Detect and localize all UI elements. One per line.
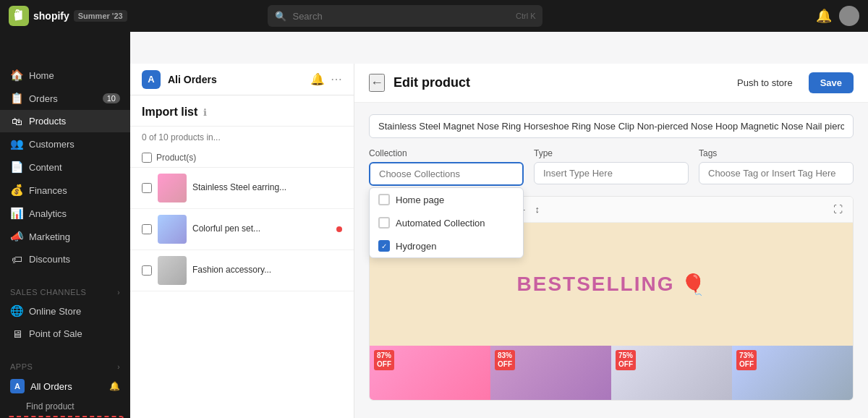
- sidebar-item-content[interactable]: 📄 Content: [0, 155, 130, 179]
- search-shortcut: Ctrl K: [516, 12, 536, 20]
- analytics-icon: 📊: [10, 207, 23, 220]
- sidebar-item-pos[interactable]: 🖥 Point of Sale: [0, 323, 130, 345]
- sidebar-item-home[interactable]: 🏠 Home: [0, 64, 130, 87]
- dropdown-item-hydrogen[interactable]: ✓ Hydrogen: [370, 234, 523, 257]
- row-title: Fashion accessory...: [192, 265, 342, 276]
- customers-icon: 👥: [10, 137, 23, 150]
- sidebar-item-label: Finances: [29, 185, 67, 196]
- product-card-1: 87%OFF: [370, 346, 490, 400]
- automated-label: Automated Collection: [396, 218, 485, 229]
- sidebar-item-label: Point of Sale: [29, 328, 82, 339]
- sidebar-item-label: Customers: [29, 139, 75, 150]
- type-input[interactable]: [534, 162, 689, 184]
- expand-icon[interactable]: ›: [117, 289, 120, 297]
- sidebar-item-online-store[interactable]: 🌐 Online Store: [0, 299, 130, 323]
- collection-dropdown: Home page Automated Collection ✓ Hydroge…: [369, 187, 524, 258]
- off-badge-4: 73%OFF: [736, 350, 757, 370]
- logo-text: shopify: [33, 10, 69, 22]
- table-row[interactable]: Colorful pen set...: [130, 209, 354, 250]
- select-all-checkbox[interactable]: [142, 153, 152, 163]
- toolbar-fullscreen-btn[interactable]: ⛶: [829, 201, 847, 218]
- tags-input[interactable]: [699, 162, 854, 184]
- off-badge-2: 83%OFF: [495, 350, 515, 370]
- table-row[interactable]: Fashion accessory...: [130, 250, 354, 291]
- sidebar-item-marketing[interactable]: 📣 Marketing: [0, 225, 130, 248]
- sidebar-item-analytics[interactable]: 📊 Analytics: [0, 202, 130, 225]
- row-checkbox[interactable]: [142, 224, 152, 234]
- bestselling-text: BESTSELLING: [516, 273, 674, 296]
- sidebar-item-orders[interactable]: 📋 Orders 10: [0, 87, 130, 110]
- plugin-bar-right: 🔔 ⋯: [310, 72, 342, 86]
- sidebar: 🏠 Home 📋 Orders 10 🛍 Products 👥 Customer…: [0, 32, 130, 418]
- sidebar-find-product[interactable]: Find product: [0, 398, 130, 414]
- all-orders-icon: A: [10, 379, 25, 393]
- collection-label: Collection: [369, 148, 524, 158]
- sidebar-item-discounts[interactable]: 🏷 Discounts: [0, 248, 130, 270]
- hydrogen-checkbox[interactable]: ✓: [378, 240, 390, 252]
- search-bar[interactable]: 🔍 Ctrl K: [268, 5, 542, 27]
- homepage-label: Home page: [396, 195, 444, 205]
- plugin-more-icon[interactable]: ⋯: [331, 72, 342, 86]
- row-checkbox[interactable]: [142, 183, 152, 193]
- row-checkbox[interactable]: [142, 265, 152, 276]
- content-icon: 📄: [10, 161, 23, 174]
- search-icon: 🔍: [275, 11, 286, 22]
- sidebar-item-all-orders[interactable]: A All Orders 🔔: [0, 374, 130, 398]
- panel-header: Import list ℹ: [130, 95, 354, 127]
- summer-badge: Summer '23: [74, 10, 127, 22]
- discounts-icon: 🏷: [10, 253, 23, 265]
- sidebar-item-label: Analytics: [29, 208, 67, 219]
- product-title-input[interactable]: [369, 114, 854, 138]
- panel-subtext: 0 of 10 products in...: [130, 127, 354, 148]
- sidebar-item-label: Discounts: [29, 254, 70, 265]
- metadata-row: Collection Home page Automated Collectio…: [369, 148, 854, 186]
- sidebar-item-label: Online Store: [29, 306, 81, 317]
- status-dot: [336, 226, 342, 232]
- panel-title: Import list: [142, 106, 197, 119]
- collection-input[interactable]: [369, 162, 524, 186]
- plugin-name: Ali Orders: [168, 74, 217, 85]
- shopify-icon: [9, 6, 29, 26]
- save-button[interactable]: Save: [809, 72, 854, 93]
- sidebar-item-label: Products: [29, 116, 66, 127]
- hydrogen-label: Hydrogen: [396, 241, 436, 252]
- panel-info-icon: ℹ: [203, 107, 207, 118]
- plugin-bell-icon[interactable]: 🔔: [310, 72, 325, 86]
- tags-group: Tags: [699, 148, 854, 186]
- product-card-3: 75%OFF: [611, 346, 732, 400]
- product-card-4: 73%OFF: [732, 346, 853, 400]
- notification-icon[interactable]: 🔔: [816, 8, 832, 24]
- apps-label: Apps ›: [0, 354, 130, 374]
- search-input[interactable]: [292, 11, 510, 22]
- row-info: Stainless Steel earring...: [192, 182, 342, 194]
- off-badge-1: 87%OFF: [374, 350, 394, 370]
- import-panel: A Ali Orders 🔔 ⋯ Import list ℹ 0 of 10 p…: [130, 64, 354, 418]
- finances-icon: 💰: [10, 184, 23, 197]
- back-button[interactable]: ←: [369, 74, 385, 92]
- sidebar-item-finances[interactable]: 💰 Finances: [0, 179, 130, 202]
- avatar[interactable]: [839, 6, 859, 26]
- sales-channels-label: Sales channels ›: [0, 279, 130, 299]
- plugin-icon: A: [142, 70, 161, 89]
- homepage-checkbox[interactable]: [378, 194, 390, 205]
- panel-rows: Stainless Steel earring... Colorful pen …: [130, 168, 354, 418]
- sidebar-item-customers[interactable]: 👥 Customers: [0, 132, 130, 155]
- sidebar-item-label: Marketing: [29, 231, 70, 242]
- automated-checkbox[interactable]: [378, 217, 390, 229]
- toolbar-indent-btn[interactable]: ↕: [530, 201, 544, 218]
- row-info: Colorful pen set...: [192, 223, 331, 235]
- sidebar-item-products[interactable]: 🛍 Products: [0, 110, 130, 132]
- pos-icon: 🖥: [10, 328, 23, 340]
- push-to-store-button[interactable]: Push to store: [730, 73, 800, 93]
- topbar-right: 🔔: [816, 6, 859, 26]
- dropdown-item-automated[interactable]: Automated Collection: [370, 211, 523, 234]
- tags-label: Tags: [699, 148, 854, 158]
- dropdown-item-homepage[interactable]: Home page: [370, 188, 523, 211]
- product-card-2: 83%OFF: [490, 346, 611, 400]
- table-row[interactable]: Stainless Steel earring...: [130, 168, 354, 209]
- sidebar-item-label: All Orders: [30, 381, 72, 392]
- sidebar-item-label: Orders: [29, 93, 58, 104]
- orders-icon: 📋: [10, 92, 23, 105]
- product-thumb: [158, 256, 187, 285]
- apps-expand-icon[interactable]: ›: [117, 363, 120, 371]
